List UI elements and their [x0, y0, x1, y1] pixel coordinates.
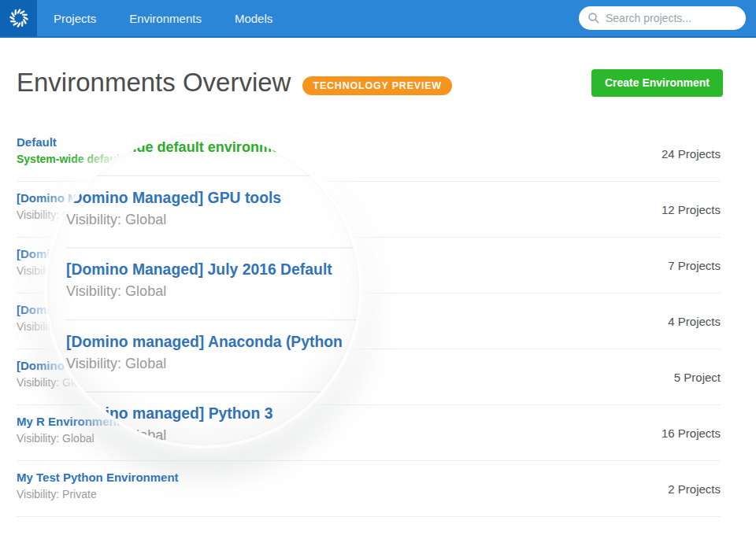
environment-visibility: Visibility: Private [17, 488, 97, 500]
environments-overview-page: Projects Environments Models Environment… [0, 0, 756, 539]
environment-row: [Domino Managed] GPU tools Visibility: G… [66, 176, 359, 249]
domino-logo[interactable] [0, 0, 37, 36]
environment-project-count: 16 Projects [662, 426, 721, 440]
environment-visibility: Visibility: Global [17, 432, 94, 445]
search-input[interactable] [579, 6, 746, 30]
environment-row-desc: Visibility: Private [17, 488, 179, 500]
environment-row-main: [Domino Managed] July 2016 Default Visib… [66, 249, 332, 319]
top-navbar: Projects Environments Models [0, 0, 756, 38]
environment-visibility: Visibility: Global [66, 211, 166, 227]
environment-visibility: Visibility: Global [66, 355, 166, 371]
magnifier-lens: Default System-wide default environmentV… [47, 134, 359, 445]
environment-project-count: 2 Projects [668, 482, 721, 496]
environment-name-link: [Domino Managed] July 2016 Default [66, 260, 332, 279]
environment-project-count: 7 Projects [668, 259, 721, 272]
lens-magnified-content: Default System-wide default environmentV… [47, 134, 359, 445]
environment-row-desc: Visibility: Global [66, 355, 343, 371]
environment-row-main: My R Environment Visibility: Global [17, 405, 120, 460]
domino-spiral-icon [7, 6, 31, 30]
environment-project-count: 12 Projects [662, 203, 721, 216]
environment-name-link: [Domino Managed] GPU tools [66, 188, 281, 206]
technology-preview-badge: TECHNOLOGY PREVIEW [302, 76, 452, 95]
create-environment-button[interactable]: Create Environment [591, 69, 723, 97]
environment-project-count: 4 Projects [668, 315, 721, 328]
environment-project-count: 24 Projects [662, 147, 721, 161]
environment-name-link[interactable]: My R Environment [17, 415, 120, 429]
environment-row-desc: Visibility: Global [66, 211, 281, 227]
environment-project-count: 5 Project [674, 371, 721, 384]
page-header: Environments Overview TECHNOLOGY PREVIEW… [17, 68, 723, 98]
environment-row: [Domino Managed] July 2016 Default Visib… [66, 249, 359, 321]
environment-row-main: [Domino managed] Anaconda (Python Visibi… [66, 320, 343, 391]
nav-item-environments[interactable]: Environments [113, 12, 218, 25]
environment-row: [Domino managed] Anaconda (Python Visibi… [66, 320, 359, 393]
environment-row[interactable]: My Test Python Environment Visibility: P… [17, 461, 721, 517]
environment-row-desc: Visibility: Global [17, 432, 120, 445]
environment-row-main: My Test Python Environment Visibility: P… [17, 461, 179, 516]
environment-row-desc: Visibility: Global [66, 282, 332, 299]
environment-row-main: [Domino Managed] GPU tools Visibility: G… [66, 176, 281, 247]
nav-item-models[interactable]: Models [218, 12, 289, 25]
environment-name-link[interactable]: My Test Python Environment [17, 471, 179, 485]
search-box [579, 6, 746, 30]
page-title: Environments Overview [17, 68, 291, 98]
nav-item-projects[interactable]: Projects [37, 12, 113, 25]
environment-name-link: [Domino managed] Anaconda (Python [66, 333, 343, 351]
environment-visibility: Visibility: Global [66, 282, 166, 299]
